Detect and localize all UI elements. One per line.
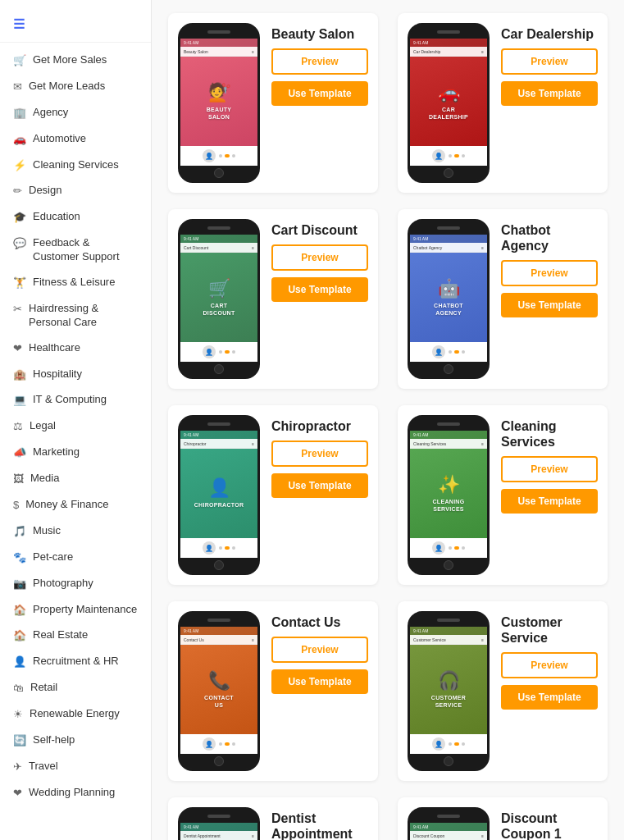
hero-icon: 👤 <box>208 477 230 499</box>
use-template-button[interactable]: Use Template <box>271 81 368 106</box>
dot-1 <box>449 546 452 550</box>
sidebar-item-it---computing[interactable]: 💻 IT & Computing <box>0 387 151 413</box>
avatar: 👤 <box>432 345 445 358</box>
nav-dots <box>219 154 235 158</box>
template-card-dentist-appointment: 9:41 AM Dentist Appointment ≡ 🦷 DENTISTA… <box>168 797 378 840</box>
sidebar-item-money---finance[interactable]: $ Money & Finance <box>0 492 151 518</box>
screen-hero: 🚗 CARDEALERSHIP <box>410 57 487 146</box>
card-title: Car Dealership <box>501 26 598 42</box>
sidebar-item-agency[interactable]: 🏢 Agency <box>0 100 151 126</box>
dot-1 <box>449 154 452 158</box>
sidebar-item-design[interactable]: ✏ Design <box>0 178 151 204</box>
hero-icon: 🎧 <box>438 670 460 692</box>
sidebar-icon: 🏨 <box>13 368 26 382</box>
preview-button[interactable]: Preview <box>501 260 598 286</box>
avatar: 👤 <box>203 737 216 751</box>
sidebar-item-music[interactable]: 🎵 Music <box>0 518 151 545</box>
sidebar-item-hospitality[interactable]: 🏨 Hospitality <box>0 362 151 388</box>
sidebar-item-education[interactable]: 🎓 Education <box>0 204 151 231</box>
sidebar-item-get-more-sales[interactable]: 🛒 Get More Sales <box>0 48 151 74</box>
use-template-button[interactable]: Use Template <box>501 81 598 106</box>
use-template-button[interactable]: Use Template <box>271 277 368 302</box>
sidebar-item-marketing[interactable]: 📣 Marketing <box>0 440 151 466</box>
sidebar-item-wedding-planning[interactable]: ❤ Wedding Planning <box>0 780 151 806</box>
status-bar-text: 9:41 AM <box>413 824 428 829</box>
sidebar-icon: 💬 <box>13 237 26 251</box>
sidebar-item-label: IT & Computing <box>33 393 107 407</box>
use-template-button[interactable]: Use Template <box>501 293 598 317</box>
sidebar-item-healthcare[interactable]: ❤ Healthcare <box>0 336 151 362</box>
sidebar-item-self-help[interactable]: 🔄 Self-help <box>0 728 151 754</box>
sidebar-item-label: Get More Sales <box>33 53 107 67</box>
sidebar: ☰ 🛒 Get More Sales ✉ Get More Leads 🏢 Ag… <box>0 0 152 840</box>
preview-button[interactable]: Preview <box>501 456 598 482</box>
sidebar-item-label: Money & Finance <box>25 498 108 512</box>
avatar: 👤 <box>432 149 445 162</box>
status-bar: 9:41 AM <box>180 627 257 635</box>
sidebar-icon: ✏ <box>13 185 22 199</box>
sidebar-item-property-maintenance[interactable]: 🏠 Property Maintenance <box>0 597 151 623</box>
sidebar-item-retail[interactable]: 🛍 Retail <box>0 675 151 701</box>
phone-screen: 9:41 AM Discount Coupon ≡ % DISCOUNTCOUP… <box>410 823 487 840</box>
use-template-button[interactable]: Use Template <box>501 489 598 514</box>
sidebar-item-legal[interactable]: ⚖ Legal <box>0 413 151 440</box>
template-card-cart-discount: 9:41 AM Cart Discount ≡ 🛒 CARTDISCOUNT 👤 <box>168 209 378 389</box>
preview-button[interactable]: Preview <box>271 637 368 663</box>
sidebar-item-label: Hairdressing & Personal Care <box>29 302 138 330</box>
nav-bar: Customer Service ≡ <box>410 635 487 645</box>
status-bar-text: 9:41 AM <box>184 40 198 45</box>
template-card-chiropractor: 9:41 AM Chiropractor ≡ 👤 CHIROPRACTOR 👤 <box>168 405 378 585</box>
card-info: Dentist Appointment Preview Use Template <box>271 807 368 840</box>
sidebar-item-renewable-energy[interactable]: ☀ Renewable Energy <box>0 701 151 728</box>
card-info: Beauty Salon Preview Use Template <box>271 23 368 106</box>
nav-dots <box>219 742 235 746</box>
card-title: Beauty Salon <box>271 26 368 42</box>
sidebar-item-label: Education <box>33 210 80 224</box>
sidebar-icon: ✉ <box>13 80 22 94</box>
nav-bar-menu: ≡ <box>252 637 254 642</box>
sidebar-icon: 🎵 <box>13 525 26 539</box>
sidebar-item-pet-care[interactable]: 🐾 Pet-care <box>0 545 151 571</box>
phone-bottom-bar <box>180 558 257 573</box>
sidebar-all-item[interactable]: ☰ <box>0 10 151 43</box>
preview-button[interactable]: Preview <box>501 48 598 75</box>
phone-bottom-bar <box>180 166 257 180</box>
phone-screen: 9:41 AM Dentist Appointment ≡ 🦷 DENTISTA… <box>180 823 257 840</box>
sidebar-item-media[interactable]: 🖼 Media <box>0 466 151 492</box>
sidebar-item-hairdressing---personal-care[interactable]: ✂ Hairdressing & Personal Care <box>0 296 151 336</box>
sidebar-icon: 🏠 <box>13 604 26 618</box>
preview-button[interactable]: Preview <box>501 652 598 678</box>
phone-screen: 9:41 AM Car Dealership ≡ 🚗 CARDEALERSHIP… <box>410 39 487 166</box>
hero-icon: 💇 <box>208 82 230 103</box>
use-template-button[interactable]: Use Template <box>271 669 368 694</box>
nav-bar-title: Customer Service <box>413 637 481 642</box>
sidebar-item-label: Photography <box>33 577 93 591</box>
sidebar-item-label: Hospitality <box>33 368 82 381</box>
sidebar-item-recruitment---hr[interactable]: 👤 Recruitment & HR <box>0 649 151 675</box>
phone-speaker <box>207 226 230 230</box>
sidebar-icon: 💻 <box>13 394 26 408</box>
sidebar-item-label: Legal <box>30 419 56 433</box>
sidebar-item-fitness---leisure[interactable]: 🏋 Fitness & Leisure <box>0 270 151 296</box>
sidebar-item-automotive[interactable]: 🚗 Automotive <box>0 126 151 153</box>
screen-hero: 🎧 CUSTOMERSERVICE <box>410 645 487 734</box>
screen-hero: 💇 BEAUTYSALON <box>180 57 257 146</box>
avatar: 👤 <box>203 149 216 162</box>
use-template-button[interactable]: Use Template <box>271 473 368 498</box>
phone-bottom-bar <box>180 754 257 769</box>
nav-bar-menu: ≡ <box>481 833 484 838</box>
sidebar-item-travel[interactable]: ✈ Travel <box>0 754 151 780</box>
preview-button[interactable]: Preview <box>271 441 368 467</box>
use-template-button[interactable]: Use Template <box>501 685 598 710</box>
status-bar-text: 9:41 AM <box>184 628 198 633</box>
sidebar-item-cleaning-services[interactable]: ⚡ Cleaning Services <box>0 153 151 179</box>
nav-bar: Chatbot Agency ≡ <box>410 243 487 253</box>
sidebar-item-photography[interactable]: 📷 Photography <box>0 571 151 597</box>
hero-icon: 🚗 <box>438 82 460 103</box>
preview-button[interactable]: Preview <box>271 48 368 75</box>
sidebar-item-get-more-leads[interactable]: ✉ Get More Leads <box>0 74 151 100</box>
sidebar-item-feedback---customer-support[interactable]: 💬 Feedback & Customer Support <box>0 231 151 270</box>
preview-button[interactable]: Preview <box>271 244 368 271</box>
dot-3 <box>462 154 465 158</box>
sidebar-item-real-estate[interactable]: 🏠 Real Estate <box>0 623 151 649</box>
